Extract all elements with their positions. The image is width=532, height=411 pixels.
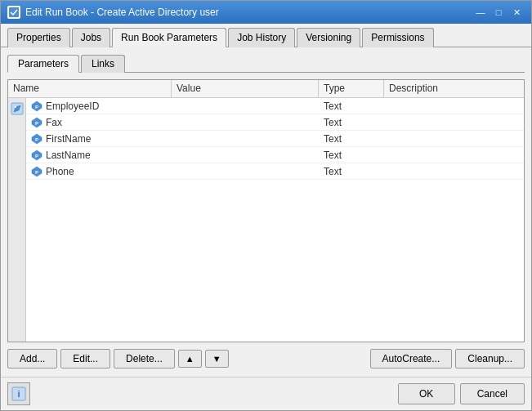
footer-icon-area: i bbox=[7, 382, 30, 405]
cell-name-1: P Fax bbox=[26, 115, 172, 130]
title-bar-left: Edit Run Book - Create Active Directory … bbox=[7, 6, 219, 19]
table-toolbar: Add... Edit... Delete... ▲ ▼ AutoCreate.… bbox=[7, 346, 525, 370]
col-type: Type bbox=[319, 80, 384, 97]
minimize-button[interactable]: — bbox=[472, 5, 489, 20]
window-title: Edit Run Book - Create Active Directory … bbox=[25, 7, 219, 18]
table-sidebar bbox=[8, 98, 26, 342]
cell-value-1 bbox=[172, 121, 319, 124]
table-row[interactable]: P Fax Text bbox=[26, 114, 524, 131]
table-row[interactable]: P Phone Text bbox=[26, 163, 524, 180]
cell-type-2: Text bbox=[319, 132, 384, 146]
cancel-button[interactable]: Cancel bbox=[460, 383, 525, 404]
parameter-icon: P bbox=[31, 117, 42, 128]
parameter-icon: P bbox=[31, 101, 42, 112]
auto-create-button[interactable]: AutoCreate... bbox=[370, 349, 453, 369]
cell-desc-2 bbox=[384, 137, 524, 141]
cell-type-4: Text bbox=[319, 164, 384, 179]
svg-text:i: i bbox=[17, 389, 20, 399]
parameters-table: Name Value Type Description bbox=[7, 79, 525, 342]
cell-type-0: Text bbox=[319, 99, 384, 114]
cell-type-1: Text bbox=[319, 115, 384, 130]
table-sidebar-wrapper: P EmployeeID Text P bbox=[8, 98, 524, 342]
cell-value-0 bbox=[172, 105, 319, 108]
tab-versioning[interactable]: Versioning bbox=[297, 28, 360, 47]
ok-button[interactable]: OK bbox=[398, 383, 455, 404]
main-tabs: Properties Jobs Run Book Parameters Job … bbox=[1, 24, 531, 47]
info-icon: i bbox=[11, 386, 27, 402]
cell-desc-4 bbox=[384, 170, 524, 173]
svg-text:P: P bbox=[35, 169, 38, 174]
edit-button[interactable]: Edit... bbox=[60, 349, 110, 369]
col-description: Description bbox=[384, 80, 524, 97]
cell-value-2 bbox=[172, 137, 319, 141]
add-button[interactable]: Add... bbox=[7, 349, 57, 369]
col-name: Name bbox=[8, 80, 172, 97]
cell-name-2: P FirstName bbox=[26, 132, 172, 146]
main-window: Edit Run Book - Create Active Directory … bbox=[0, 0, 532, 411]
tab-permissions[interactable]: Permissions bbox=[362, 28, 433, 47]
cell-value-4 bbox=[172, 170, 319, 173]
col-value: Value bbox=[172, 80, 319, 97]
window-icon bbox=[7, 6, 20, 19]
cell-name-4: P Phone bbox=[26, 164, 172, 179]
svg-point-2 bbox=[15, 106, 16, 108]
cell-desc-3 bbox=[384, 154, 524, 157]
cell-name-0: P EmployeeID bbox=[26, 99, 172, 114]
footer: i OK Cancel bbox=[1, 377, 531, 410]
sub-tab-links[interactable]: Links bbox=[81, 55, 125, 73]
cleanup-button[interactable]: Cleanup... bbox=[455, 349, 525, 369]
move-up-button[interactable]: ▲ bbox=[178, 350, 202, 368]
cell-type-3: Text bbox=[319, 148, 384, 163]
move-down-button[interactable]: ▼ bbox=[205, 350, 229, 368]
parameter-icon: P bbox=[31, 166, 42, 177]
title-bar: Edit Run Book - Create Active Directory … bbox=[1, 1, 531, 24]
footer-buttons: OK Cancel bbox=[398, 383, 525, 404]
tab-properties[interactable]: Properties bbox=[7, 28, 70, 47]
sub-tab-parameters[interactable]: Parameters bbox=[7, 55, 79, 73]
edit-pencil-icon bbox=[10, 101, 25, 116]
delete-button[interactable]: Delete... bbox=[114, 349, 175, 369]
parameter-icon: P bbox=[31, 133, 42, 145]
tab-run-book-parameters[interactable]: Run Book Parameters bbox=[112, 28, 226, 47]
table-row[interactable]: P LastName Text bbox=[26, 147, 524, 163]
maximize-button[interactable]: □ bbox=[490, 5, 507, 20]
content-area: Parameters Links Name Value Type Descrip… bbox=[1, 47, 531, 377]
title-controls: — □ ✕ bbox=[472, 5, 525, 20]
table-row[interactable]: P FirstName Text bbox=[26, 131, 524, 147]
svg-text:P: P bbox=[35, 136, 38, 141]
svg-rect-0 bbox=[9, 7, 19, 17]
svg-text:P: P bbox=[35, 120, 38, 125]
parameter-icon: P bbox=[31, 150, 42, 161]
close-button[interactable]: ✕ bbox=[508, 5, 525, 20]
cell-value-3 bbox=[172, 154, 319, 157]
svg-text:P: P bbox=[35, 104, 38, 109]
table-header: Name Value Type Description bbox=[8, 80, 524, 98]
cell-desc-0 bbox=[384, 105, 524, 108]
tab-jobs[interactable]: Jobs bbox=[72, 28, 110, 47]
svg-text:P: P bbox=[35, 153, 38, 158]
sub-tabs: Parameters Links bbox=[7, 54, 525, 73]
table-body: P EmployeeID Text P bbox=[26, 98, 524, 342]
table-row[interactable]: P EmployeeID Text bbox=[26, 98, 524, 114]
cell-desc-1 bbox=[384, 121, 524, 124]
cell-name-3: P LastName bbox=[26, 148, 172, 163]
tab-job-history[interactable]: Job History bbox=[228, 28, 295, 47]
